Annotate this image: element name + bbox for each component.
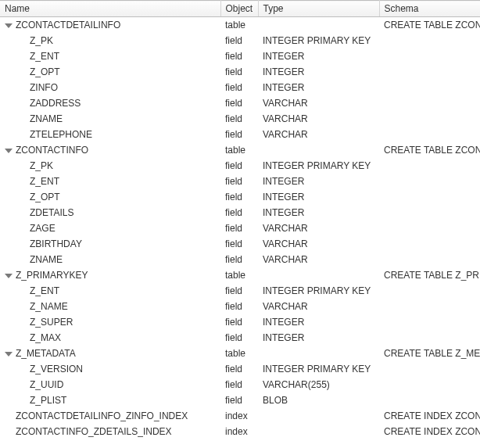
column-header-schema[interactable]: Schema — [379, 1, 480, 17]
row-schema — [379, 283, 480, 299]
row-type: INTEGER — [258, 64, 379, 80]
row-schema — [379, 361, 480, 377]
row-object: field — [220, 48, 258, 64]
table-row[interactable]: Z_ENTfieldINTEGER — [0, 174, 480, 189]
table-row[interactable]: ZBIRTHDAYfieldVARCHAR — [0, 236, 480, 252]
row-name: ZCONTACTINFO — [16, 145, 88, 156]
row-object: field — [220, 205, 258, 220]
row-object: field — [220, 377, 258, 392]
table-row[interactable]: ZCONTACTINFO_ZDETAILS_INDEXindexCREATE I… — [0, 424, 480, 439]
row-object: field — [220, 314, 258, 330]
table-row[interactable]: ZCONTACTDETAILINFOtableCREATE TABLE ZCON… — [0, 17, 480, 33]
row-schema — [379, 220, 480, 236]
row-name: Z_UUID — [30, 379, 63, 390]
row-type: INTEGER — [258, 80, 379, 95]
disclosure-triangle-icon[interactable] — [5, 352, 13, 357]
row-object: table — [220, 346, 258, 361]
row-name: ZNAME — [30, 254, 63, 265]
row-schema: CREATE TABLE Z_PRIMAR — [379, 267, 480, 283]
row-name: Z_ENT — [30, 51, 59, 62]
row-schema — [379, 33, 480, 48]
row-object: field — [220, 330, 258, 346]
row-type: VARCHAR — [258, 95, 379, 111]
table-row[interactable]: Z_PKfieldINTEGER PRIMARY KEY — [0, 33, 480, 48]
row-type — [258, 408, 379, 424]
column-header-object[interactable]: Object — [220, 1, 258, 17]
row-name: ZAGE — [30, 223, 56, 234]
table-row[interactable]: ZNAMEfieldVARCHAR — [0, 252, 480, 267]
column-header-type[interactable]: Type — [258, 1, 379, 17]
row-type: VARCHAR — [258, 220, 379, 236]
row-name: Z_PRIMARYKEY — [16, 270, 88, 281]
row-name: Z_OPT — [30, 192, 60, 202]
table-row[interactable]: Z_METADATAtableCREATE TABLE Z_METAD — [0, 346, 480, 361]
table-row[interactable]: Z_ENTfieldINTEGER — [0, 48, 480, 64]
row-name: ZBIRTHDAY — [30, 238, 82, 249]
row-schema — [379, 299, 480, 314]
table-row[interactable]: Z_OPTfieldINTEGER — [0, 64, 480, 80]
row-name: ZNAME — [30, 113, 63, 124]
row-object: index — [220, 424, 258, 439]
table-row[interactable]: ZINFOfieldINTEGER — [0, 80, 480, 95]
row-schema — [379, 377, 480, 392]
row-type — [258, 346, 379, 361]
row-type — [258, 424, 379, 439]
table-row[interactable]: Z_OPTfieldINTEGER — [0, 189, 480, 205]
row-type: INTEGER — [258, 174, 379, 189]
row-type: INTEGER — [258, 205, 379, 220]
row-schema — [379, 127, 480, 142]
row-name: ZCONTACTINFO_ZDETAILS_INDEX — [16, 426, 172, 437]
row-name: Z_MAX — [30, 332, 61, 343]
row-object: field — [220, 111, 258, 127]
row-name: Z_VERSION — [30, 364, 83, 375]
row-type: INTEGER — [258, 48, 379, 64]
row-object: field — [220, 80, 258, 95]
row-schema — [379, 48, 480, 64]
row-type: VARCHAR — [258, 299, 379, 314]
row-object: field — [220, 299, 258, 314]
table-row[interactable]: ZNAMEfieldVARCHAR — [0, 111, 480, 127]
row-type — [258, 17, 379, 33]
table-row[interactable]: Z_PLISTfieldBLOB — [0, 392, 480, 408]
disclosure-triangle-icon[interactable] — [5, 274, 13, 278]
row-object: field — [220, 33, 258, 48]
row-name: ZINFO — [30, 82, 58, 93]
table-row[interactable]: Z_PKfieldINTEGER PRIMARY KEY — [0, 158, 480, 174]
row-object: table — [220, 142, 258, 158]
row-type: VARCHAR(255) — [258, 377, 379, 392]
table-row[interactable]: Z_UUIDfieldVARCHAR(255) — [0, 377, 480, 392]
row-type: INTEGER PRIMARY KEY — [258, 33, 379, 48]
table-row[interactable]: ZCONTACTDETAILINFO_ZINFO_INDEXindexCREAT… — [0, 408, 480, 424]
row-schema — [379, 174, 480, 189]
disclosure-triangle-icon[interactable] — [5, 23, 13, 28]
column-header-name[interactable]: Name — [0, 1, 220, 17]
row-name: Z_PK — [30, 160, 53, 171]
disclosure-triangle-icon[interactable] — [5, 149, 13, 153]
table-row[interactable]: ZTELEPHONEfieldVARCHAR — [0, 127, 480, 142]
table-row[interactable]: Z_NAMEfieldVARCHAR — [0, 299, 480, 314]
row-object: field — [220, 283, 258, 299]
row-type — [258, 142, 379, 158]
row-schema — [379, 392, 480, 408]
row-type: BLOB — [258, 392, 379, 408]
row-object: table — [220, 267, 258, 283]
table-row[interactable]: Z_SUPERfieldINTEGER — [0, 314, 480, 330]
table-row[interactable]: ZAGEfieldVARCHAR — [0, 220, 480, 236]
table-row[interactable]: Z_PRIMARYKEYtableCREATE TABLE Z_PRIMAR — [0, 267, 480, 283]
row-schema: CREATE TABLE ZCONTAC — [379, 17, 480, 33]
table-row[interactable]: Z_VERSIONfieldINTEGER PRIMARY KEY — [0, 361, 480, 377]
table-row[interactable]: ZDETAILSfieldINTEGER — [0, 205, 480, 220]
schema-table: Name Object Type Schema ZCONTACTDETAILIN… — [0, 0, 480, 439]
row-name: ZDETAILS — [30, 207, 73, 218]
table-row[interactable]: ZCONTACTINFOtableCREATE TABLE ZCONTAC — [0, 142, 480, 158]
table-row[interactable]: Z_ENTfieldINTEGER PRIMARY KEY — [0, 283, 480, 299]
row-object: table — [220, 17, 258, 33]
row-name: ZTELEPHONE — [30, 129, 92, 140]
row-schema — [379, 205, 480, 220]
row-schema — [379, 80, 480, 95]
table-row[interactable]: Z_MAXfieldINTEGER — [0, 330, 480, 346]
row-type: VARCHAR — [258, 127, 379, 142]
table-row[interactable]: ZADDRESSfieldVARCHAR — [0, 95, 480, 111]
row-type: INTEGER PRIMARY KEY — [258, 361, 379, 377]
row-type: INTEGER — [258, 330, 379, 346]
